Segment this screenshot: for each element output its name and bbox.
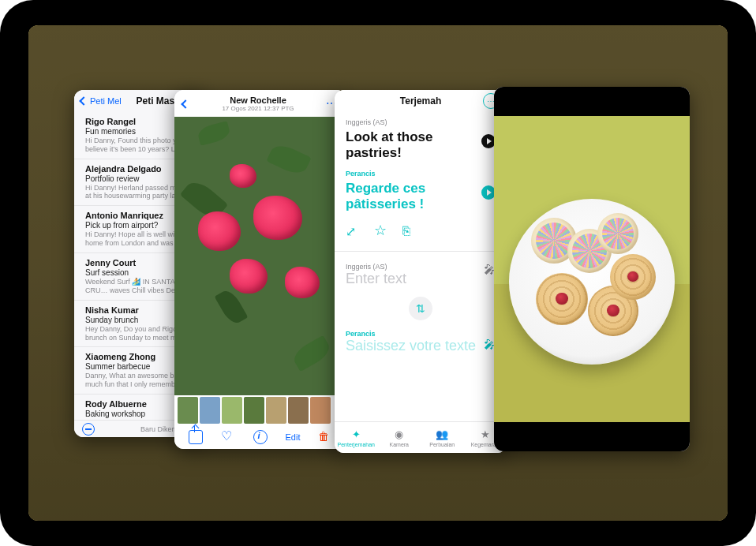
filter-icon[interactable] bbox=[82, 423, 95, 436]
app-card-translate[interactable]: Terjemah Terjemah ⋯ Inggeris (AS) Look a… bbox=[335, 90, 507, 453]
translate-actions bbox=[346, 224, 496, 238]
plate-image bbox=[509, 199, 675, 365]
tab-label: Perbualan bbox=[429, 442, 455, 447]
tab-conversation[interactable]: 👥 Perbualan bbox=[421, 422, 464, 453]
tab-label: Penterjemahan bbox=[338, 442, 375, 447]
tab-camera[interactable]: ◉ Kamera bbox=[378, 422, 421, 453]
share-icon[interactable] bbox=[189, 430, 203, 444]
camera-tab-icon: ◉ bbox=[395, 428, 403, 440]
ipad-frame: Mail Peti Masuk Peti Mel Peti Masuk Rigo… bbox=[0, 0, 756, 546]
thumbnail[interactable] bbox=[288, 397, 309, 424]
conversation-tab-icon: 👥 bbox=[436, 428, 448, 440]
dictionary-icon[interactable] bbox=[402, 224, 417, 238]
thumbnail[interactable] bbox=[310, 397, 331, 424]
input-block: Inggeris (AS) Enter text 🎤︎ bbox=[346, 263, 496, 287]
target-text: Regarde ces pâtisseries ! bbox=[346, 181, 496, 213]
input-placeholder-text: Enter text bbox=[346, 271, 406, 286]
mail-back-button[interactable]: Peti Mel bbox=[80, 96, 122, 106]
translate-content: Inggeris (AS) Look at those pastries! Pe… bbox=[335, 112, 507, 360]
edit-button[interactable]: Edit bbox=[286, 432, 301, 442]
output-lang-label[interactable]: Perancis bbox=[346, 330, 496, 338]
thumbnail[interactable] bbox=[266, 397, 286, 424]
app-switcher[interactable]: Mail Peti Masuk Peti Mel Peti Masuk Rigo… bbox=[28, 25, 728, 521]
output-block: Perancis Saisissez votre texte 🎤︎ bbox=[346, 330, 496, 354]
tab-translation[interactable]: ✦ Penterjemahan bbox=[335, 422, 378, 453]
favorite-icon[interactable] bbox=[374, 224, 388, 238]
divider bbox=[335, 251, 507, 252]
input-lang-label[interactable]: Inggeris (AS) bbox=[346, 263, 496, 271]
trash-icon[interactable] bbox=[318, 430, 332, 444]
thumbnail[interactable] bbox=[244, 397, 264, 424]
translate-title: Terjemah bbox=[400, 95, 441, 107]
thumbnail[interactable] bbox=[200, 397, 220, 424]
app-card-notes[interactable]: Nota Baking Inspiration bbox=[494, 87, 690, 451]
translate-tabbar: ✦ Penterjemahan ◉ Kamera 👥 Perbualan bbox=[335, 421, 507, 453]
photos-body: New Rochelle 17 Ogos 2021 12:37 PTG ⋯ bbox=[174, 90, 346, 449]
favorites-tab-icon: ★ bbox=[481, 428, 490, 440]
app-card-photos[interactable]: Foto New Rochelle 17 Ogos 2021 12:37 PTG… bbox=[174, 90, 346, 449]
photos-toolbar: Edit bbox=[174, 425, 346, 449]
output-placeholder-text: Saisissez votre texte bbox=[346, 338, 476, 353]
mail-back-label: Peti Mel bbox=[90, 96, 122, 106]
note-attachment-photo[interactable] bbox=[494, 116, 690, 422]
expand-icon[interactable] bbox=[346, 224, 360, 238]
thumbnail[interactable] bbox=[178, 397, 198, 424]
tab-label: Kamera bbox=[389, 442, 409, 447]
chevron-left-icon bbox=[182, 96, 190, 110]
source-lang-label[interactable]: Inggeris (AS) bbox=[346, 118, 496, 126]
source-text-value: Look at those pastries! bbox=[346, 129, 433, 160]
target-text-value: Regarde ces pâtisseries ! bbox=[346, 181, 425, 211]
translate-navbar: Terjemah ⋯ bbox=[335, 90, 507, 112]
photos-navbar: New Rochelle 17 Ogos 2021 12:37 PTG ⋯ bbox=[174, 90, 346, 117]
photo-location: New Rochelle bbox=[190, 95, 326, 105]
translation-tab-icon: ✦ bbox=[352, 428, 361, 440]
photo-timestamp: 17 Ogos 2021 12:37 PTG bbox=[190, 105, 326, 112]
target-input[interactable]: Saisissez votre texte 🎤︎ bbox=[346, 338, 496, 354]
info-icon[interactable] bbox=[253, 430, 268, 444]
ipad-screen: Mail Peti Masuk Peti Mel Peti Masuk Rigo… bbox=[28, 25, 728, 521]
source-text: Look at those pastries! bbox=[346, 129, 496, 162]
source-input[interactable]: Enter text 🎤︎ bbox=[346, 271, 496, 287]
chevron-left-icon bbox=[80, 96, 88, 106]
favorite-icon[interactable] bbox=[221, 430, 235, 444]
swap-languages-button[interactable]: ⇅ bbox=[409, 297, 432, 320]
translate-body: Terjemah ⋯ Inggeris (AS) Look at those p… bbox=[335, 90, 507, 453]
notes-body bbox=[494, 87, 690, 451]
photo-thumbnail-strip[interactable] bbox=[174, 395, 346, 425]
thumbnail[interactable] bbox=[222, 397, 242, 424]
photo-viewer[interactable] bbox=[174, 117, 346, 395]
target-lang-label[interactable]: Perancis bbox=[346, 170, 496, 178]
photos-back-button[interactable] bbox=[182, 96, 190, 110]
